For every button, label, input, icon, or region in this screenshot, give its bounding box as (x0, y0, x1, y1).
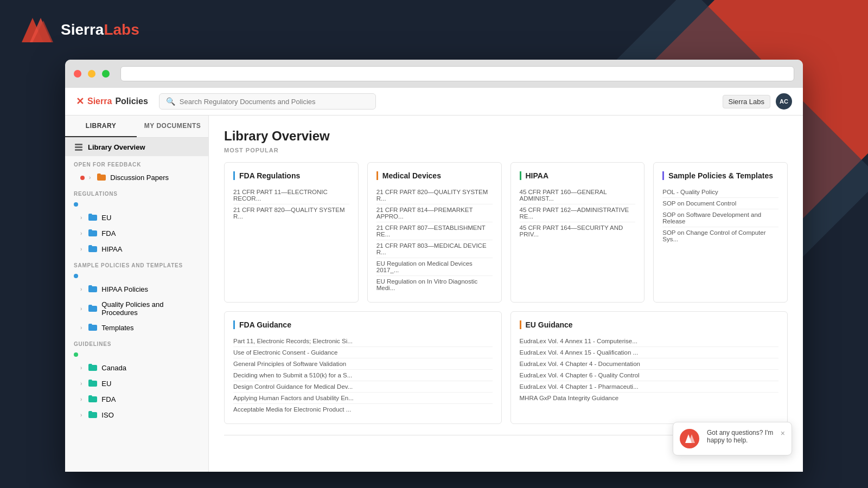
library-overview-label: Library Overview (88, 143, 145, 151)
sidebar-dot-regulations (65, 199, 208, 210)
folder-guideline-fda-icon (88, 395, 97, 404)
eu-guid-item-2[interactable]: EudraLex Vol. 4 Annex 15 - Qualification… (520, 347, 779, 358)
close-button[interactable] (74, 70, 81, 78)
card-sample-title: Sample Policies & Templates (662, 171, 778, 180)
fda-guid-item-7[interactable]: Acceptable Media for Electronic Product … (233, 404, 493, 415)
med-item-5[interactable]: EU Regulation on Medical Devices 2017_..… (376, 258, 493, 276)
fda-guid-item-4[interactable]: Deciding when to Submit a 510(k) for a S… (233, 370, 493, 381)
svg-rect-4 (75, 146, 82, 148)
top-logo-text: SierraLabs (61, 21, 139, 38)
folder-hipaa-icon (88, 245, 97, 254)
dot-icon (80, 176, 85, 180)
chat-close-button[interactable]: × (781, 429, 785, 438)
app-header: ✕ SierraPolicies 🔍 Sierra Labs AC (65, 88, 803, 115)
minimize-button[interactable] (88, 70, 95, 78)
med-item-1[interactable]: 21 CFR PART 820—QUALITY SYSTEM R... (376, 187, 493, 204)
chevron-eu-icon: › (80, 215, 82, 221)
sample-item-2[interactable]: SOP on Document Control (662, 198, 778, 209)
sample-item-3[interactable]: SOP on Software Development and Release (662, 209, 778, 227)
eu-guid-item-1[interactable]: EudraLex Vol. 4 Annex 11 - Computerise..… (520, 336, 779, 347)
med-item-2[interactable]: 21 CFR PART 814—PREMARKET APPRO... (376, 204, 493, 222)
section-regulations: REGULATIONS (65, 185, 208, 199)
folder-quality-icon (88, 304, 97, 313)
header-right: Sierra Labs AC (723, 93, 792, 110)
maximize-button[interactable] (102, 70, 110, 78)
sample-item-1[interactable]: POL - Quality Policy (662, 187, 778, 198)
card-fda-guidance-title: FDA Guidance (233, 320, 493, 329)
card-medical-title: Medical Devices (376, 171, 493, 180)
sidebar-item-guideline-fda[interactable]: › FDA (65, 391, 208, 407)
card-sample-policies: Sample Policies & Templates POL - Qualit… (653, 162, 788, 303)
chevron-guideline-eu-icon: › (80, 381, 82, 387)
card-hipaa-title: HIPAA (520, 171, 636, 180)
eu-guid-item-6[interactable]: MHRA GxP Data Integrity Guidance (520, 393, 779, 403)
sidebar-item-hipaa-policies[interactable]: › HIPAA Policies (65, 281, 208, 297)
card-eu-guidance: EU Guidance EudraLex Vol. 4 Annex 11 - C… (510, 311, 788, 424)
med-item-6[interactable]: EU Regulation on In Vitro Diagnostic Med… (376, 276, 493, 293)
app-logo-icon: ✕ (76, 95, 84, 107)
app-logo: ✕ SierraPolicies (76, 95, 148, 107)
content-area: Library Overview MOST POPULAR FDA Regula… (209, 115, 803, 472)
most-popular-label: MOST POPULAR (224, 147, 788, 153)
sidebar-canada-label: Canada (101, 364, 126, 372)
sidebar-item-quality-policies[interactable]: › Quality Policies and Procedures (65, 297, 208, 320)
app-logo-sierra: Sierra (87, 97, 112, 106)
search-input[interactable] (180, 98, 369, 106)
sidebar-item-iso[interactable]: › ISO (65, 407, 208, 423)
section-guidelines: GUIDELINES (65, 336, 208, 349)
fda-guid-item-1[interactable]: Part 11, Electronic Records; Electronic … (233, 336, 493, 347)
eu-guid-item-5[interactable]: EudraLex Vol. 4 Chapter 1 - Pharmaceuti.… (520, 381, 779, 393)
hipaa-item-2[interactable]: 45 CFR PART 162—ADMINISTRATIVE RE... (520, 204, 636, 222)
top-cards-grid: FDA Regulations 21 CFR PART 11—ELECTRONI… (224, 162, 788, 303)
sidebar-item-eu[interactable]: › EU (65, 210, 208, 226)
med-item-3[interactable]: 21 CFR PART 807—ESTABLISHMENT RE... (376, 222, 493, 240)
sidebar-dot-sample (65, 271, 208, 281)
chevron-quality-icon: › (80, 306, 82, 312)
url-bar[interactable] (120, 66, 794, 81)
card-fda-guidance: FDA Guidance Part 11, Electronic Records… (224, 311, 502, 424)
chevron-iso-icon: › (80, 412, 82, 418)
sidebar-item-canada[interactable]: › Canada (65, 360, 208, 376)
fda-guid-item-2[interactable]: Use of Electronic Consent - Guidance (233, 347, 493, 358)
sidebar-item-library-overview[interactable]: Library Overview (65, 138, 208, 156)
hipaa-item-3[interactable]: 45 CFR PART 164—SECURITY AND PRIV... (520, 222, 636, 240)
chat-message: Got any questions? I'm happy to help. (707, 429, 776, 444)
company-name-badge: Sierra Labs (723, 95, 770, 108)
tab-my-documents[interactable]: MY DOCUMENTS (137, 115, 208, 137)
fda-guid-item-5[interactable]: Design Control Guidance for Medical Dev.… (233, 381, 493, 393)
sidebar-hipaa-policies-label: HIPAA Policies (101, 285, 148, 293)
sidebar-item-discussion-papers[interactable]: › Discussion Papers (65, 170, 208, 185)
sidebar-item-hipaa[interactable]: › HIPAA (65, 241, 208, 257)
fda-guid-item-3[interactable]: General Principles of Software Validatio… (233, 358, 493, 370)
eu-guid-item-4[interactable]: EudraLex Vol. 4 Chapter 6 - Quality Cont… (520, 370, 779, 381)
fda-guid-item-6[interactable]: Applying Human Factors and Usability En.… (233, 393, 493, 404)
sidebar-item-guideline-eu[interactable]: › EU (65, 376, 208, 391)
folder-eu-icon (88, 213, 97, 222)
hipaa-item-1[interactable]: 45 CFR PART 160—GENERAL ADMINIST... (520, 187, 636, 204)
svg-rect-3 (75, 144, 82, 145)
fda-reg-item-1[interactable]: 21 CFR PART 11—ELECTRONIC RECOR... (233, 187, 349, 204)
chevron-templates-icon: › (80, 325, 82, 331)
eu-guid-item-3[interactable]: EudraLex Vol. 4 Chapter 4 - Documentatio… (520, 358, 779, 370)
sidebar-item-fda[interactable]: › FDA (65, 226, 208, 241)
fda-reg-item-2[interactable]: 21 CFR PART 820—QUALITY SYSTEM R... (233, 204, 349, 222)
top-logo: SierraLabs (22, 18, 139, 42)
search-bar[interactable]: 🔍 (159, 93, 376, 110)
tab-library[interactable]: LIBRARY (65, 115, 137, 137)
med-item-4[interactable]: 21 CFR PART 803—MEDICAL DEVICE R... (376, 240, 493, 258)
browser-chrome (65, 60, 803, 88)
sidebar-guideline-eu-label: EU (101, 380, 111, 388)
section-sample-policies: SAMPLE POLICIES AND TEMPLATES (65, 257, 208, 271)
card-hipaa: HIPAA 45 CFR PART 160—GENERAL ADMINIST..… (510, 162, 645, 303)
sample-item-4[interactable]: SOP on Change Control of Computer Sys... (662, 227, 778, 245)
section-open-feedback: OPEN FOR FEEDBACK (65, 156, 208, 170)
library-overview-icon (74, 142, 84, 152)
sidebar-templates-label: Templates (101, 324, 133, 332)
chevron-fda-icon: › (80, 230, 82, 236)
sidebar-eu-label: EU (101, 214, 111, 222)
sidebar-item-templates[interactable]: › Templates (65, 320, 208, 336)
folder-templates-icon (88, 323, 97, 332)
folder-hipaa-pol-icon (88, 285, 97, 294)
dot-guidelines-icon (74, 352, 78, 357)
chevron-canada-icon: › (80, 365, 82, 371)
